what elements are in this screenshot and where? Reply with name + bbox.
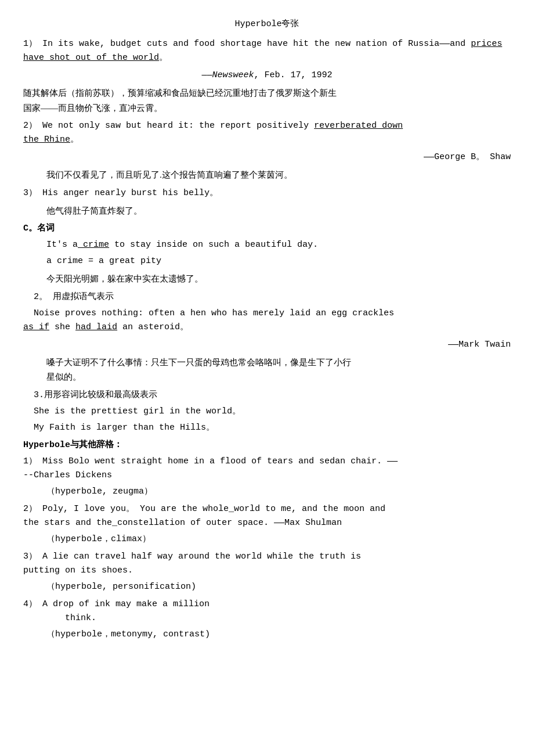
- example-1-chinese: 随其解体后（指前苏联），预算缩减和食品短缺已经沉重地打击了俄罗斯这个新生 国家—…: [23, 86, 511, 116]
- example-2-chinese: 我们不仅看见了，而且听见了.这个报告简直响遍了整个莱茵河。: [23, 168, 511, 183]
- example-2-underline: reverberated down the Rhine: [23, 121, 403, 145]
- point-2-chinese: 嗓子大证明不了什么事情：只生下一只蛋的母鸡也常会咯咯叫，像是生下了小行 星似的。: [23, 355, 511, 385]
- hyperbole-others: Hyperbole与其他辞格： 1） Miss Bolo went straig…: [23, 438, 511, 642]
- others-example-4-note: （hyperbole，metonymy, contrast): [23, 628, 511, 642]
- section-c: C。名词 It's a crime to stay inside on such…: [23, 222, 511, 287]
- section-c-label: C。名词: [23, 222, 511, 236]
- example-2: 2） We not only saw but heard it: the rep…: [23, 119, 511, 183]
- example-3: 3） His anger nearly burst his belly。 他气得…: [23, 186, 511, 219]
- others-example-3-note: （hyperbole, personification): [23, 580, 511, 594]
- example-1-underline: prices have shot out of the world: [23, 39, 502, 63]
- point-3-label: 3.用形容词比较级和最高级表示: [23, 388, 511, 402]
- others-example-2-text: 2） Poly, I love you。 You are the whole_w…: [23, 502, 511, 530]
- hyperbole-others-label: Hyperbole与其他辞格：: [23, 438, 511, 452]
- point-2: 2。 用虚拟语气表示 Noise proves nothing: often a…: [23, 290, 511, 385]
- others-example-3: 3） A lie can travel half way around the …: [23, 550, 511, 594]
- example-3-text: 3） His anger nearly burst his belly。: [23, 186, 511, 200]
- others-example-2-note: （hyperbole，climax）: [23, 532, 511, 546]
- example-2-text: 2） We not only saw but heard it: the rep…: [23, 119, 511, 147]
- others-example-3-text: 3） A lie can travel half way around the …: [23, 550, 511, 578]
- point-3: 3.用形容词比较级和最高级表示 She is the prettiest gir…: [23, 388, 511, 435]
- point-2-attribution: ——Mark Twain: [23, 338, 511, 352]
- example-1-text: 1） In its wake, budget cuts and food sho…: [23, 37, 511, 65]
- point-2-label: 2。 用虚拟语气表示: [23, 290, 511, 304]
- page-content: Hyperbole夸张 1） In its wake, budget cuts …: [23, 17, 511, 642]
- example-2-attribution: ——George B。 Shaw: [23, 150, 511, 164]
- others-example-4-text: 4） A drop of ink may make a million thin…: [23, 597, 511, 625]
- others-example-1: 1） Miss Bolo went straight home in a flo…: [23, 455, 511, 499]
- section-c-example: It's a crime to stay inside on such a be…: [23, 238, 511, 252]
- others-example-2: 2） Poly, I love you。 You are the whole_w…: [23, 502, 511, 546]
- point-3-line2: My Faith is larger than the Hills。: [23, 421, 511, 435]
- section-c-note: a crime = a great pity: [23, 254, 511, 268]
- section-c-chinese: 今天阳光明媚，躲在家中实在太遗憾了。: [23, 272, 511, 287]
- example-3-chinese: 他气得肚子简直炸裂了。: [23, 204, 511, 219]
- others-example-1-text: 1） Miss Bolo went straight home in a flo…: [23, 455, 511, 483]
- others-example-1-note: （hyperbole, zeugma）: [23, 485, 511, 499]
- others-example-4: 4） A drop of ink may make a million thin…: [23, 597, 511, 642]
- example-1: 1） In its wake, budget cuts and food sho…: [23, 37, 511, 116]
- point-3-line1: She is the prettiest girl in the world。: [23, 405, 511, 419]
- page-title: Hyperbole夸张: [23, 17, 511, 31]
- point-2-text: Noise proves nothing: often a hen who ha…: [23, 307, 511, 334]
- example-1-attribution: ——Newsweek, Feb. 17, 1992: [23, 69, 511, 82]
